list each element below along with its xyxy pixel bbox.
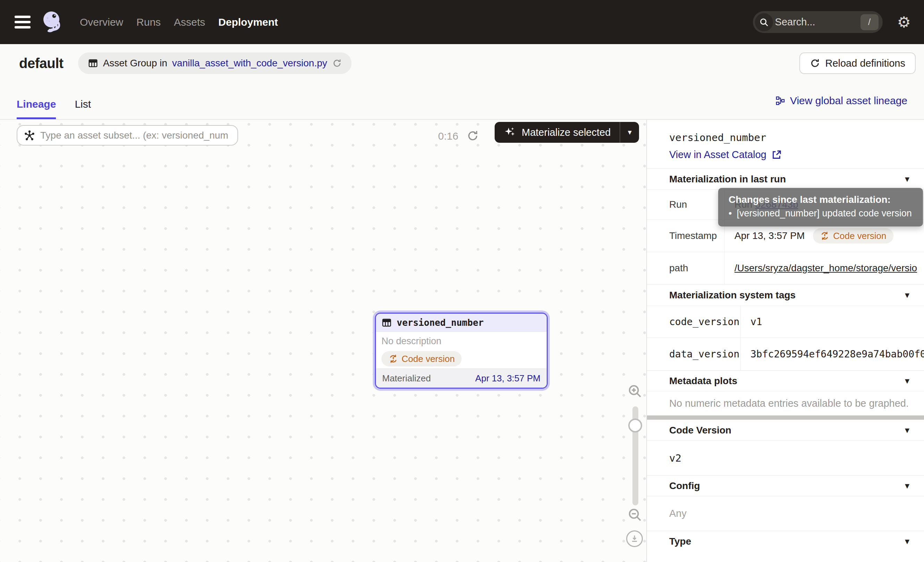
out-of-sync-icon xyxy=(820,231,830,241)
asset-subset-filter[interactable] xyxy=(16,125,238,146)
zoom-out-icon[interactable] xyxy=(627,507,643,523)
timestamp-value: Apr 13, 3:57 PM xyxy=(735,230,805,241)
chevron-down-icon: ▾ xyxy=(905,480,909,491)
section-materialization-system-tags[interactable]: Materialization system tags ▾ xyxy=(647,284,924,306)
refresh-timer: 0:16 xyxy=(438,130,458,142)
sparkle-icon xyxy=(504,126,516,138)
chevron-down-icon: ▾ xyxy=(905,425,909,436)
section-code-version[interactable]: Code Version ▾ xyxy=(647,419,924,440)
section-title: Type xyxy=(669,536,691,547)
changes-tooltip: Changes since last materialization: • [v… xyxy=(718,188,923,227)
data-version-tag-value: 3bfc269594ef649228e9a74bab00f04 xyxy=(741,338,924,370)
tabs-row: Lineage List View global asset lineage xyxy=(0,82,924,120)
gear-icon[interactable]: ⚙ xyxy=(897,15,911,30)
section-title: Config xyxy=(669,480,700,491)
refresh-icon[interactable] xyxy=(466,129,479,142)
tab-list[interactable]: List xyxy=(75,98,91,119)
asset-group-label: Asset Group in xyxy=(103,58,167,69)
section-title: Metadata plots xyxy=(669,376,737,386)
materialize-dropdown-button[interactable]: ▾ xyxy=(620,122,639,143)
refresh-icon[interactable] xyxy=(332,59,342,68)
timestamp-label: Timestamp xyxy=(647,220,725,252)
asset-node-description: No description xyxy=(381,336,541,347)
tab-lineage[interactable]: Lineage xyxy=(16,98,56,119)
download-icon[interactable] xyxy=(626,530,643,547)
asset-node-timestamp-link[interactable]: Apr 13, 3:57 PM xyxy=(475,373,540,384)
asset-group-icon xyxy=(88,58,98,68)
path-value-link[interactable]: /Users/sryza/dagster_home/storage/versio xyxy=(735,263,917,274)
view-global-asset-lineage-label: View global asset lineage xyxy=(790,95,908,107)
nav-links: Overview Runs Assets Deployment xyxy=(80,17,278,28)
run-label: Run xyxy=(647,190,725,219)
code-version-badge: Code version xyxy=(813,228,893,243)
nav-item-deployment[interactable]: Deployment xyxy=(218,17,278,28)
out-of-sync-icon xyxy=(388,354,398,364)
tooltip-item: [versioned_number] updated code version xyxy=(736,208,912,219)
table-icon xyxy=(381,317,392,328)
nav-item-runs[interactable]: Runs xyxy=(136,17,161,28)
config-value: Any xyxy=(647,496,924,531)
asset-node-status: Materialized xyxy=(382,373,431,384)
chevron-down-icon: ▾ xyxy=(905,174,909,185)
data-version-tag-row: data_version 3bfc269594ef649228e9a74bab0… xyxy=(647,338,924,370)
chevron-down-icon: ▾ xyxy=(905,290,909,301)
asset-subset-input[interactable] xyxy=(40,130,231,141)
section-metadata-plots[interactable]: Metadata plots ▾ xyxy=(647,370,924,391)
chevron-down-icon: ▾ xyxy=(628,128,632,137)
reload-button-label: Reload definitions xyxy=(825,58,905,69)
asset-details-panel: versioned_number View in Asset Catalog M… xyxy=(646,120,924,562)
section-type[interactable]: Type ▾ xyxy=(647,531,924,551)
reload-definitions-button[interactable]: Reload definitions xyxy=(800,53,916,74)
search-icon xyxy=(755,13,773,31)
asset-node-name: versioned_number xyxy=(397,317,483,328)
panel-asset-name: versioned_number xyxy=(669,132,924,143)
view-in-asset-catalog-link[interactable]: View in Asset Catalog xyxy=(669,149,782,161)
metadata-empty-state: No numeric metadata entries available to… xyxy=(647,391,924,415)
external-link-icon xyxy=(771,150,782,160)
materialize-button-label: Materialize selected xyxy=(522,127,610,138)
asset-group-breadcrumb: Asset Group in vanilla_asset_with_code_v… xyxy=(78,53,352,74)
data-version-tag-label: data_version xyxy=(647,338,741,370)
code-version-tag-row: code_version v1 xyxy=(647,306,924,338)
code-version-tag-label: code_version xyxy=(647,306,741,338)
lineage-graph-icon xyxy=(776,96,785,105)
search-input[interactable] xyxy=(775,17,858,28)
zoom-in-icon[interactable] xyxy=(627,383,643,399)
page-header: default Asset Group in vanilla_asset_wit… xyxy=(0,44,924,82)
chevron-down-icon: ▾ xyxy=(905,536,909,547)
zoom-slider-handle[interactable] xyxy=(628,419,642,433)
tooltip-title: Changes since last materialization: xyxy=(729,194,912,205)
section-config[interactable]: Config ▾ xyxy=(647,475,924,496)
page-title: default xyxy=(19,56,63,71)
code-version-badge-label: Code version xyxy=(833,231,886,241)
section-title: Materialization in last run xyxy=(669,174,786,185)
asset-group-file-link[interactable]: vanilla_asset_with_code_version.py xyxy=(172,58,327,69)
horizontal-scrollbar[interactable] xyxy=(647,415,924,419)
section-title: Code Version xyxy=(669,425,731,436)
section-title: Materialization system tags xyxy=(669,290,796,301)
materialize-selected-button[interactable]: Materialize selected ▾ xyxy=(495,122,639,143)
section-materialization-in-last-run[interactable]: Materialization in last run ▾ xyxy=(647,168,924,189)
top-nav: Overview Runs Assets Deployment / ⚙ xyxy=(0,0,924,44)
view-global-asset-lineage-link[interactable]: View global asset lineage xyxy=(776,95,908,107)
code-version-value: v2 xyxy=(647,440,924,475)
nav-item-overview[interactable]: Overview xyxy=(80,17,123,28)
path-row: path /Users/sryza/dagster_home/storage/v… xyxy=(647,252,924,284)
reload-icon xyxy=(810,58,820,68)
asset-node-versioned-number[interactable]: versioned_number No description Code ver… xyxy=(375,313,548,389)
search-box[interactable]: / xyxy=(753,11,883,33)
search-shortcut-badge: / xyxy=(861,14,879,30)
chevron-down-icon: ▾ xyxy=(905,376,909,386)
asset-graph-canvas[interactable]: 0:16 Materialize selected ▾ xyxy=(0,120,646,562)
code-version-badge-label: Code version xyxy=(402,353,455,364)
path-label: path xyxy=(647,252,725,284)
tooltip-bullet: • xyxy=(729,208,732,219)
asset-graph-icon xyxy=(24,129,35,141)
menu-icon[interactable] xyxy=(15,13,30,31)
dagster-logo[interactable] xyxy=(41,10,64,35)
view-in-asset-catalog-label: View in Asset Catalog xyxy=(669,149,766,161)
code-version-badge: Code version xyxy=(381,351,462,367)
nav-item-assets[interactable]: Assets xyxy=(174,17,205,28)
code-version-tag-value: v1 xyxy=(741,306,924,338)
